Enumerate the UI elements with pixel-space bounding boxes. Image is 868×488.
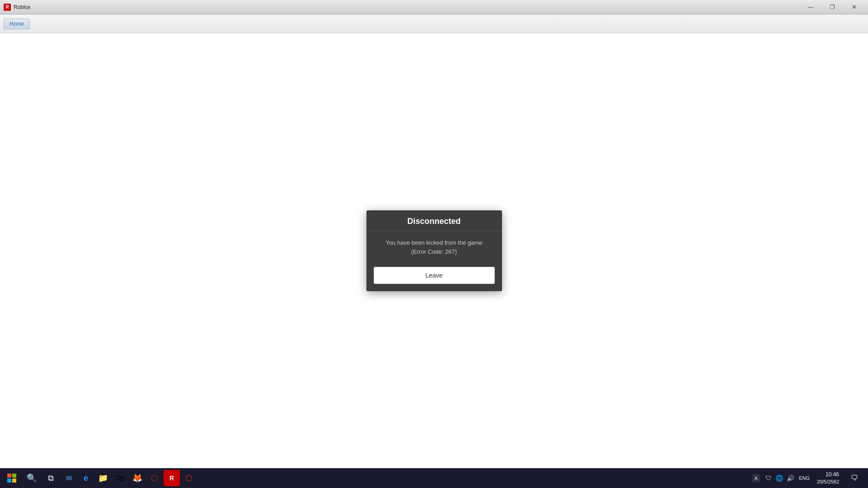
dialog-message: You have been kicked from the game (Erro… [375,238,493,256]
dialog-footer: Leave [366,263,502,291]
clock-date: 20/5/2562 [817,479,839,485]
taskbar-right: ∧ 🛡 🌐 🔊 ENG 10:46 20/5/2562 🗨 [752,470,866,486]
dialog-body: You have been kicked from the game (Erro… [366,231,502,263]
search-taskbar-button[interactable]: 🔍 [23,469,41,487]
taskbar-left: 🔍 ⧉ ✉ e 📁 🛍 🦊 ⬡ R ⬡ [2,468,197,488]
win-quad-1 [7,474,11,478]
start-button[interactable] [2,468,22,488]
win-quad-3 [7,479,11,483]
win-quad-4 [12,479,16,483]
taskbar-mail-icon[interactable]: ✉ [61,470,77,486]
dialog-message-line2: (Error Code: 267) [411,248,457,255]
task-view-button[interactable]: ⧉ [42,469,60,487]
notification-button[interactable]: 🗨 [846,470,863,486]
taskbar-edge-icon[interactable]: e [78,470,94,486]
taskbar: 🔍 ⧉ ✉ e 📁 🛍 🦊 ⬡ R ⬡ ∧ 🛡 🌐 🔊 ENG 10:46 20… [0,468,868,488]
close-button[interactable]: ✕ [844,0,864,14]
leave-button[interactable]: Leave [374,267,495,284]
minimize-button[interactable]: — [800,0,821,14]
maximize-button[interactable]: ❐ [822,0,843,14]
taskbar-explorer-icon[interactable]: 📁 [95,470,111,486]
toolbar: Home [0,14,868,33]
tray-chevron-button[interactable]: ∧ [752,474,760,482]
dialog-message-line1: You have been kicked from the game [385,239,482,246]
main-content: Disconnected You have been kicked from t… [0,33,868,468]
clock-time: 10:46 [817,471,839,479]
taskbar-firefox-icon[interactable]: 🦊 [129,470,145,486]
network-tray-icon[interactable]: 🌐 [774,474,784,483]
taskbar-app2-icon[interactable]: ⬡ [181,470,197,486]
dialog-title: Disconnected [407,217,460,226]
window-title: Roblox [14,4,30,10]
disconnected-dialog: Disconnected You have been kicked from t… [366,210,502,291]
dialog-header: Disconnected [366,210,502,231]
title-bar: R Roblox — ❐ ✕ [0,0,868,14]
windows-icon [7,474,16,483]
system-clock[interactable]: 10:46 20/5/2562 [813,470,843,486]
app-icon: R [4,4,11,11]
taskbar-store-icon[interactable]: 🛍 [112,470,128,486]
language-indicator[interactable]: ENG [799,475,810,481]
security-tray-icon[interactable]: 🛡 [765,474,773,483]
win-quad-2 [12,474,16,478]
title-controls: — ❐ ✕ [800,0,864,14]
home-button[interactable]: Home [4,19,30,29]
volume-tray-icon[interactable]: 🔊 [786,474,795,483]
taskbar-roblox-icon[interactable]: R [164,470,180,486]
title-left: R Roblox [4,4,30,11]
taskbar-app1-icon[interactable]: ⬡ [146,470,163,486]
system-tray: 🛡 🌐 🔊 [765,474,795,483]
